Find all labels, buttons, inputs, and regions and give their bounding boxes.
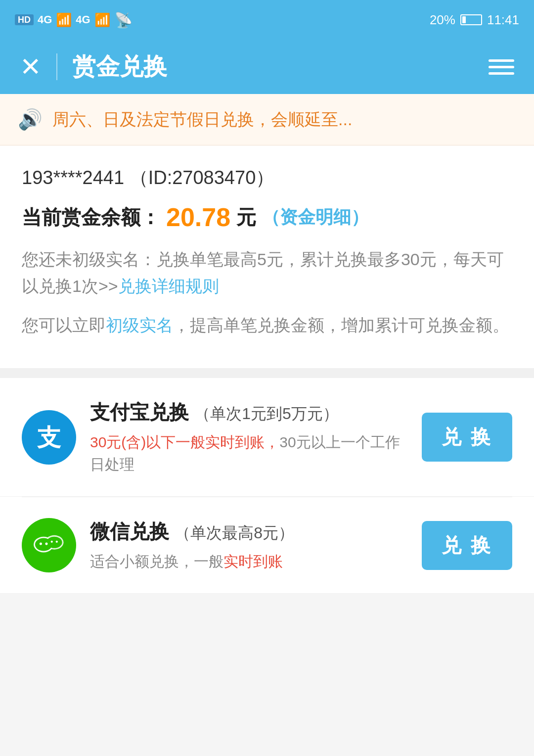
main-content: 193****2441 （ID:27083470） 当前赏金余额： 20.78 … — [0, 145, 534, 368]
balance-amount: 20.78 — [166, 202, 230, 232]
svg-point-4 — [46, 537, 62, 548]
notice-text: 周六、日及法定节假日兑换，会顺延至... — [52, 108, 352, 131]
wechat-desc-normal: 适合小额兑换，一般 — [90, 553, 223, 569]
verify-suffix: ，提高单笔兑换金额，增加累计可兑换金额。 — [173, 316, 509, 334]
limit-info-text: 您还未初级实名：兑换单笔最高5元，累计兑换最多30元，每天可以兑换1次>>兑换详… — [22, 246, 512, 300]
verify-link[interactable]: 初级实名 — [106, 316, 173, 334]
wifi-icon: 📡 — [114, 11, 133, 29]
wechat-name-sub: （单次最高8元） — [175, 524, 294, 542]
wechat-name: 微信兑换 （单次最高8元） — [90, 518, 408, 545]
menu-line-1 — [489, 59, 514, 62]
alipay-logo: 支 — [22, 410, 76, 465]
menu-button[interactable] — [489, 59, 514, 75]
toolbar-left: ✕ 赏金兑换 — [20, 51, 167, 83]
exchange-rules-link[interactable]: 兑换详细规则 — [118, 277, 219, 295]
menu-line-2 — [489, 66, 514, 68]
balance-unit: 元 — [236, 204, 256, 231]
user-id-display: 193****2441 （ID:27083470） — [22, 165, 512, 190]
toolbar: ✕ 赏金兑换 — [0, 40, 534, 94]
svg-point-8 — [56, 541, 58, 543]
svg-point-7 — [51, 541, 53, 543]
status-right: 20% 11:41 — [430, 12, 519, 28]
alipay-exchange-info: 支付宝兑换 （单次1元到5万元） 30元(含)以下一般实时到账，30元以上一个工… — [90, 399, 408, 475]
menu-line-3 — [489, 72, 514, 75]
wechat-desc-highlight: 实时到账 — [223, 553, 283, 569]
wechat-name-main: 微信兑换 — [90, 520, 169, 542]
alipay-desc: 30元(含)以下一般实时到账，30元以上一个工作日处理 — [90, 431, 408, 475]
page-title: 赏金兑换 — [72, 51, 167, 83]
alipay-name: 支付宝兑换 （单次1元到5万元） — [90, 399, 408, 426]
wechat-desc: 适合小额兑换，一般实时到账 — [90, 550, 408, 572]
alipay-exchange-item: 支 支付宝兑换 （单次1元到5万元） 30元(含)以下一般实时到账，30元以上一… — [0, 378, 534, 497]
close-button[interactable]: ✕ — [20, 54, 42, 80]
fund-detail-link[interactable]: （资金明细） — [262, 205, 369, 230]
battery-percent: 20% — [430, 12, 455, 28]
balance-row: 当前赏金余额： 20.78 元 （资金明细） — [22, 202, 512, 232]
section-divider — [0, 368, 534, 378]
signal-4g-2: 4G — [76, 13, 90, 26]
status-bar: HD 4G 📶 4G 📶 📡 20% 11:41 — [0, 0, 534, 40]
balance-label: 当前赏金余额： — [22, 204, 160, 231]
alipay-name-sub: （单次1元到5万元） — [194, 405, 339, 423]
svg-point-5 — [40, 543, 42, 545]
signal-4g-1: 4G — [38, 13, 52, 26]
alipay-exchange-button[interactable]: 兑 换 — [422, 413, 512, 462]
speaker-icon: 🔊 — [18, 108, 43, 131]
svg-text:支: 支 — [37, 424, 61, 450]
notice-banner: 🔊 周六、日及法定节假日兑换，会顺延至... — [0, 94, 534, 145]
status-left: HD 4G 📶 4G 📶 📡 — [15, 11, 133, 29]
wechat-exchange-info: 微信兑换 （单次最高8元） 适合小额兑换，一般实时到账 — [90, 518, 408, 572]
alipay-desc-highlight: 30元(含)以下一般实时到账， — [90, 434, 279, 450]
alipay-name-main: 支付宝兑换 — [90, 401, 189, 423]
wechat-exchange-button[interactable]: 兑 换 — [422, 521, 512, 570]
clock-time: 11:41 — [487, 12, 519, 28]
svg-point-6 — [45, 543, 47, 545]
exchange-section: 支 支付宝兑换 （单次1元到5万元） 30元(含)以下一般实时到账，30元以上一… — [0, 378, 534, 594]
limit-text-part1: 您还未初级实名：兑换单笔最高5元，累计兑换最多30元，每天可以兑换1次>> — [22, 250, 504, 295]
verify-prefix: 您可以立即 — [22, 316, 106, 334]
signal-bars-1: 📶 — [56, 12, 72, 28]
hd-badge: HD — [15, 14, 34, 25]
verify-info-text: 您可以立即初级实名，提高单笔兑换金额，增加累计可兑换金额。 — [22, 312, 512, 338]
signal-bars-2: 📶 — [94, 12, 110, 28]
toolbar-divider — [56, 53, 57, 80]
wechat-exchange-item: 微信兑换 （单次最高8元） 适合小额兑换，一般实时到账 兑 换 — [0, 497, 534, 594]
wechat-logo — [22, 518, 76, 572]
